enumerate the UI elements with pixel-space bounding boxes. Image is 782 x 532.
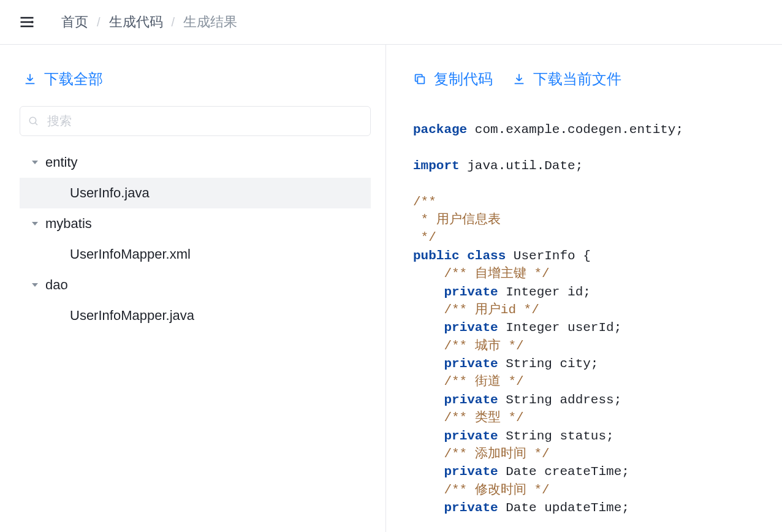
svg-line-4 (35, 123, 37, 125)
svg-marker-7 (32, 283, 38, 287)
code-block: package com.example.codegen.entity; impo… (413, 106, 767, 517)
tree-label: UserInfoMapper.java (70, 308, 194, 324)
breadcrumb-codegen[interactable]: 生成代码 (109, 13, 163, 31)
search-box (20, 106, 371, 136)
header: 首页 / 生成代码 / 生成结果 (0, 0, 782, 45)
tree-label: UserInfo.java (70, 185, 150, 201)
copy-code-button[interactable]: 复制代码 (413, 69, 493, 89)
copy-code-label: 复制代码 (434, 69, 493, 89)
breadcrumb: 首页 / 生成代码 / 生成结果 (61, 13, 237, 31)
download-all-label: 下载全部 (44, 69, 103, 89)
menu-toggle-icon[interactable] (17, 12, 37, 32)
breadcrumb-separator: / (172, 15, 175, 29)
tree-file-userinfomapper-xml[interactable]: UserInfoMapper.xml (20, 239, 371, 270)
caret-down-icon (31, 158, 39, 167)
file-tree-panel: 下载全部 entity UserInfo.java (0, 45, 386, 532)
caret-down-icon (31, 219, 39, 228)
tree-folder-mybatis[interactable]: mybatis (20, 208, 371, 239)
caret-down-icon (31, 281, 39, 289)
svg-rect-8 (417, 77, 424, 83)
tree-file-userinfo[interactable]: UserInfo.java (20, 178, 371, 208)
svg-marker-5 (32, 161, 38, 164)
code-actions: 复制代码 下载当前文件 (413, 69, 767, 89)
download-current-button[interactable]: 下载当前文件 (512, 69, 621, 89)
file-tree: entity UserInfo.java mybatis UserInfoMap… (20, 147, 371, 331)
tree-folder-dao[interactable]: dao (20, 270, 371, 300)
breadcrumb-separator: / (97, 15, 101, 29)
breadcrumb-home[interactable]: 首页 (61, 13, 88, 31)
download-all-button[interactable]: 下载全部 (20, 69, 371, 89)
svg-point-3 (29, 117, 36, 124)
code-panel: 复制代码 下载当前文件 package com.example.codegen.… (386, 45, 782, 532)
search-input[interactable] (20, 106, 371, 136)
tree-file-userinfomapper-java[interactable]: UserInfoMapper.java (20, 300, 371, 331)
main-content: 下载全部 entity UserInfo.java (0, 45, 782, 532)
download-current-label: 下载当前文件 (533, 69, 621, 89)
tree-label: UserInfoMapper.xml (70, 246, 191, 262)
breadcrumb-result: 生成结果 (183, 13, 237, 31)
search-icon (28, 116, 39, 127)
tree-label: entity (45, 154, 78, 170)
tree-label: mybatis (45, 216, 92, 232)
svg-marker-6 (32, 222, 38, 226)
tree-folder-entity[interactable]: entity (20, 147, 371, 178)
tree-label: dao (45, 277, 68, 293)
